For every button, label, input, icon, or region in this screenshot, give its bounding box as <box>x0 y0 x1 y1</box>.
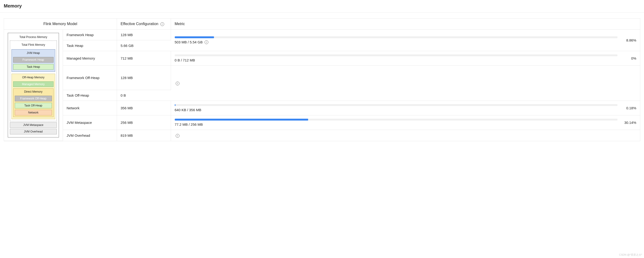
mm-framework-off-chip: Framework Off-Heap <box>15 96 52 101</box>
table-row: Network 356 MB 640 KB / 356 MB 0. <box>4 101 640 115</box>
mm-task-off-chip: Task Off-Heap <box>15 103 52 108</box>
table-row: JVM Metaspace 256 MB 77.2 MB / 256 MB <box>4 115 640 130</box>
row-framework-off-label: Framework Off-Heap <box>63 66 117 90</box>
metric-heap: 503 MB / 5.54 GB 8.86% <box>175 36 636 44</box>
row-task-heap-label: Task Heap <box>63 40 117 51</box>
page-title: Memory <box>0 0 644 13</box>
mm-metaspace-chip: JVM Metaspace <box>10 122 57 128</box>
row-network-label: Network <box>63 101 117 115</box>
info-icon[interactable] <box>160 22 164 26</box>
row-offheap-metric <box>171 66 640 101</box>
mm-task-heap-chip: Task Heap <box>13 64 54 70</box>
info-icon[interactable] <box>204 40 208 44</box>
progress-fill <box>175 36 214 38</box>
memory-model-cell: Total Process Memory Total Flink Memory … <box>4 29 63 141</box>
mm-direct-memory-label: Direct Memory <box>15 90 52 94</box>
mm-total-flink: Total Flink Memory <box>12 42 55 47</box>
metric-metaspace: 77.2 MB / 256 MB 30.14% <box>175 119 636 126</box>
row-framework-off-config: 128 MB <box>117 66 171 90</box>
content-area: Flink Memory Model Effective Configurati… <box>0 13 644 143</box>
metric-network-text: 640 KB / 356 MB <box>175 108 618 112</box>
metric-managed-text: 0 B / 712 MB <box>175 58 618 62</box>
header-config-label: Effective Configuration <box>121 22 158 26</box>
row-managed-label: Managed Memory <box>63 51 117 66</box>
mm-off-heap-block: Off-Heap Memory Managed Memory Direct Me… <box>12 74 55 119</box>
mm-jvm-heap-block: JVM Heap Framework Heap Task Heap <box>12 49 55 72</box>
progress-bar <box>175 36 618 38</box>
row-task-off-config: 0 B <box>117 90 171 101</box>
page-root: Memory Flink Memory Model Effective Conf… <box>0 0 644 143</box>
metric-heap-text: 503 MB / 5.54 GB <box>175 40 618 44</box>
memory-model-diagram: Total Process Memory Total Flink Memory … <box>8 33 59 137</box>
metric-metaspace-text: 77.2 MB / 256 MB <box>175 122 618 126</box>
row-metaspace-config: 256 MB <box>117 115 171 130</box>
header-model: Flink Memory Model <box>4 18 117 29</box>
mm-managed-memory-chip: Managed Memory <box>13 81 54 87</box>
metric-metaspace-wrap: 77.2 MB / 256 MB <box>175 119 618 126</box>
row-overhead-metric <box>171 130 640 141</box>
mm-off-heap-label: Off-Heap Memory <box>13 75 54 80</box>
mm-flink-box: Total Flink Memory JVM Heap Framework He… <box>10 40 57 121</box>
table-row: Managed Memory 712 MB 0 B / 712 MB <box>4 51 640 66</box>
metric-metaspace-pct: 30.14% <box>621 121 636 125</box>
metric-heap-value: 503 MB / 5.54 GB <box>175 40 203 44</box>
header-metric: Metric <box>171 18 640 29</box>
metric-managed-wrap: 0 B / 712 MB <box>175 54 618 62</box>
metric-network: 640 KB / 356 MB 0.18% <box>175 104 636 112</box>
memory-table: Flink Memory Model Effective Configurati… <box>4 18 640 141</box>
mm-framework-heap-chip: Framework Heap <box>13 57 54 63</box>
metric-managed-pct: 0% <box>621 56 636 60</box>
metric-network-wrap: 640 KB / 356 MB <box>175 104 618 112</box>
table-row: Framework Off-Heap 128 MB <box>4 66 640 90</box>
mm-network-chip: Network <box>15 110 52 115</box>
header-config: Effective Configuration <box>117 18 171 29</box>
row-overhead-config: 819 MB <box>117 130 171 141</box>
progress-bar <box>175 119 618 121</box>
mm-jvm-heap-label: JVM Heap <box>13 51 54 56</box>
metric-network-pct: 0.18% <box>621 106 636 110</box>
info-icon[interactable] <box>176 82 180 85</box>
row-task-off-label: Task Off-Heap <box>63 90 117 101</box>
row-network-metric: 640 KB / 356 MB 0.18% <box>171 101 640 115</box>
progress-bar <box>175 104 618 106</box>
memory-card: Flink Memory Model Effective Configurati… <box>4 18 640 141</box>
mm-direct-memory-block: Direct Memory Framework Off-Heap Task Of… <box>13 88 54 117</box>
metric-heap-pct: 8.86% <box>621 38 636 42</box>
progress-fill <box>175 119 308 121</box>
row-metaspace-metric: 77.2 MB / 256 MB 30.14% <box>171 115 640 130</box>
row-framework-heap-label: Framework Heap <box>63 29 117 40</box>
row-task-heap-config: 5.66 GB <box>117 40 171 51</box>
row-managed-config: 712 MB <box>117 51 171 66</box>
progress-fill <box>175 104 176 106</box>
row-framework-heap-config: 128 MB <box>117 29 171 40</box>
table-row: Total Process Memory Total Flink Memory … <box>4 29 640 40</box>
table-row: JVM Overhead 819 MB <box>4 130 640 141</box>
progress-bar <box>175 54 618 56</box>
row-network-config: 356 MB <box>117 101 171 115</box>
mm-overhead-chip: JVM Overhead <box>10 129 57 134</box>
row-managed-metric: 0 B / 712 MB 0% <box>171 51 640 66</box>
metric-heap-wrap: 503 MB / 5.54 GB <box>175 36 618 44</box>
row-heap-metric: 503 MB / 5.54 GB 8.86% <box>171 29 640 51</box>
info-icon[interactable] <box>176 134 180 138</box>
row-overhead-label: JVM Overhead <box>63 130 117 141</box>
mm-total-process: Total Process Memory <box>10 34 57 40</box>
row-metaspace-label: JVM Metaspace <box>63 115 117 130</box>
metric-managed: 0 B / 712 MB 0% <box>175 54 636 62</box>
